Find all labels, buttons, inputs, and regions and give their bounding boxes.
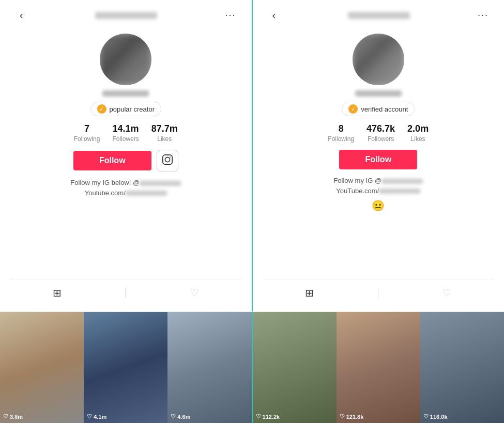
thumb-right-3[interactable]: ♡ 116.0k [420, 312, 504, 423]
left-grid-icon[interactable]: ⊞ [53, 287, 62, 299]
left-instagram-button[interactable] [157, 150, 178, 171]
left-following-count: 7 [84, 123, 89, 134]
thumb-left-3-count: ♡ 4.6m [171, 413, 190, 420]
right-followers-label: Followers [368, 135, 394, 143]
left-follow-button[interactable]: Follow [73, 151, 151, 170]
thumb-right-2[interactable]: ♡ 121.8k [337, 312, 420, 423]
right-following-count: 8 [339, 123, 344, 134]
thumb-right-2-count-text: 121.8k [346, 414, 364, 420]
right-following-stat: 8 Following [328, 123, 354, 143]
left-badge-icon: ✓ [97, 104, 106, 114]
thumb-left-2-heart-icon: ♡ [87, 413, 92, 420]
left-tab-divider [125, 288, 126, 298]
left-follow-row: Follow [73, 150, 178, 171]
right-follow-button[interactable]: Follow [339, 150, 417, 169]
right-badge: ✓ verified account [342, 102, 415, 116]
right-followers-stat: 476.7k Followers [366, 123, 395, 143]
left-bio-line1: Follow my IG below! @ [70, 178, 181, 188]
left-badge: ✓ popular creator [90, 102, 161, 116]
thumb-left-2[interactable]: ♡ 4.1m [84, 312, 167, 423]
right-followers-count: 476.7k [366, 123, 395, 134]
right-header: ‹ ··· [263, 0, 494, 28]
left-following-label: Following [74, 135, 100, 143]
thumb-right-3-heart-icon: ♡ [423, 413, 429, 420]
right-avatar-image [353, 34, 404, 85]
svg-rect-0 [162, 154, 172, 164]
left-back-button[interactable]: ‹ [16, 7, 27, 23]
right-tab-divider [378, 288, 378, 298]
right-username-blur [348, 12, 410, 19]
left-followers-stat: 14.1m Followers [112, 123, 139, 143]
right-following-label: Following [328, 135, 354, 143]
left-likes-label: Likes [157, 135, 172, 143]
left-likes-count: 87.7m [151, 123, 178, 134]
left-profile-panel: ‹ ··· ✓ popular creator 7 Following 14.1… [0, 0, 252, 311]
thumb-right-2-count: ♡ 121.8k [340, 413, 364, 420]
thumb-left-1-heart-icon: ♡ [3, 413, 8, 420]
profiles-container: ‹ ··· ✓ popular creator 7 Following 14.1… [0, 0, 504, 312]
thumb-left-3-heart-icon: ♡ [171, 413, 176, 420]
left-followers-label: Followers [112, 135, 139, 143]
right-likes-stat: 2.0m Likes [407, 123, 429, 143]
left-following-stat: 7 Following [74, 123, 100, 143]
svg-point-2 [170, 156, 171, 158]
left-instagram-icon [162, 154, 173, 168]
left-bio: Follow my IG below! @ Youtube.com/ [70, 178, 181, 198]
right-bio-line2: YouTube.com/ [333, 186, 423, 196]
right-bio-blur-2 [379, 189, 420, 194]
thumb-right-3-count: ♡ 116.0k [423, 413, 448, 420]
right-more-button[interactable]: ··· [478, 10, 488, 21]
right-stats: 8 Following 476.7k Followers 2.0m Likes [328, 123, 429, 143]
left-bio-blur-1 [140, 181, 181, 186]
right-bio-emoji: 😐 [333, 198, 423, 213]
right-badge-label: verified account [361, 105, 408, 113]
svg-point-1 [165, 157, 170, 162]
thumb-right-1[interactable]: ♡ 112.2k [253, 312, 337, 423]
left-header: ‹ ··· [10, 0, 241, 28]
right-grid-icon[interactable]: ⊞ [305, 287, 314, 299]
thumb-right-1-count: ♡ 112.2k [256, 413, 280, 420]
thumb-right-3-count-text: 116.0k [430, 414, 448, 420]
left-bio-line2: Youtube.com/ [70, 188, 181, 198]
thumb-left-2-count: ♡ 4.1m [87, 413, 106, 420]
right-bio-blur-1 [381, 179, 423, 184]
right-bio-line1: Follow my IG @ [333, 176, 423, 186]
thumb-right-1-count-text: 112.2k [263, 414, 280, 420]
thumb-left-3[interactable]: ♡ 4.6m [167, 312, 252, 423]
right-badge-icon: ✓ [348, 104, 358, 114]
right-back-button[interactable]: ‹ [268, 7, 280, 23]
right-likes-label: Likes [411, 135, 425, 143]
left-heart-icon[interactable]: ♡ [190, 287, 199, 299]
thumbnails-row: ♡ 3.8m ♡ 4.1m ♡ 4.6m ♡ 112.2k ♡ 121.8k ♡… [0, 312, 504, 423]
thumb-left-1-count-text: 3.8m [10, 414, 23, 420]
thumb-right-1-heart-icon: ♡ [256, 413, 261, 420]
thumb-left-1-count: ♡ 3.8m [3, 413, 23, 420]
right-follow-row: Follow [339, 150, 417, 169]
left-bio-blur-2 [126, 191, 167, 196]
right-avatar [353, 34, 404, 85]
left-followers-count: 14.1m [113, 123, 139, 134]
thumb-left-2-count-text: 4.1m [94, 414, 106, 420]
left-username [102, 90, 149, 97]
thumb-right-2-heart-icon: ♡ [340, 413, 345, 420]
right-heart-icon[interactable]: ♡ [442, 287, 451, 299]
right-tab-row: ⊞ ♡ [263, 279, 494, 306]
left-likes-stat: 87.7m Likes [151, 123, 178, 143]
left-badge-label: popular creator [110, 105, 155, 113]
thumb-left-3-count-text: 4.6m [177, 414, 190, 420]
right-profile-panel: ‹ ··· ✓ verified account 8 Following 476… [253, 0, 505, 311]
left-avatar [100, 34, 151, 85]
left-avatar-image [100, 34, 151, 85]
left-stats: 7 Following 14.1m Followers 87.7m Likes [74, 123, 178, 143]
left-more-button[interactable]: ··· [225, 10, 236, 21]
right-username [355, 90, 402, 97]
thumb-left-1[interactable]: ♡ 3.8m [0, 312, 84, 423]
left-username-blur [95, 12, 157, 19]
right-bio: Follow my IG @ YouTube.com/ 😐 [333, 176, 423, 213]
right-likes-count: 2.0m [407, 123, 429, 134]
left-tab-row: ⊞ ♡ [10, 279, 241, 306]
